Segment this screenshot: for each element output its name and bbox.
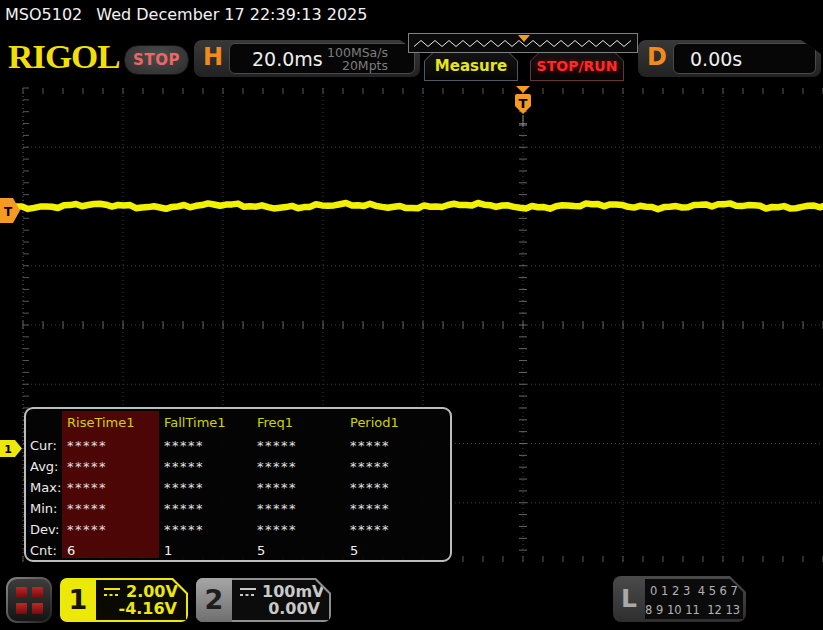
measure-row-label: Min: <box>30 499 60 520</box>
measure-row-label: Cur: <box>30 436 60 457</box>
delay-field: 0.00s <box>673 43 816 74</box>
measure-column-header: FallTime1 <box>157 412 250 436</box>
measure-value: ***** <box>343 457 448 478</box>
logic-row1: 0 1 2 3 4 5 6 7 <box>650 584 738 598</box>
measure-value: ***** <box>343 520 448 541</box>
measure-row-label: Avg: <box>30 457 60 478</box>
channel1-offset: -4.16V <box>119 599 178 618</box>
grid-menu-icon <box>16 587 43 614</box>
rigol-logo: RIGOL <box>8 39 120 77</box>
dc-coupling-icon <box>239 587 257 597</box>
measure-value: ***** <box>250 457 343 478</box>
measure-button[interactable]: Measure <box>424 51 518 81</box>
logic-analyzer-badge[interactable]: L 0 1 2 3 4 5 6 7 8 9 10 11 12 13 14 15 <box>613 576 746 622</box>
channel2-number: 2 <box>196 578 232 622</box>
acquisition-info: 100MSa/s 20Mpts <box>327 46 388 72</box>
measure-count: 1 <box>157 541 250 562</box>
trigger-level-marker[interactable]: T <box>0 198 20 223</box>
stop-run-button[interactable]: STOP/RUN <box>530 51 624 81</box>
channel1-marker-number: 1 <box>4 443 12 456</box>
measure-column-header: Freq1 <box>250 412 343 436</box>
channel1-number: 1 <box>60 578 96 622</box>
channel1-offset-marker[interactable]: 1 <box>0 440 22 457</box>
measure-value: ***** <box>157 436 250 457</box>
measure-value: ***** <box>60 436 157 457</box>
measure-value: ***** <box>343 499 448 520</box>
channel2-badge[interactable]: 2 100mV 0.00V <box>196 578 331 622</box>
measure-count: 6 <box>60 541 157 562</box>
status-bar: MSO5102Wed December 17 22:39:13 2025 <box>5 5 367 24</box>
trigger-position-marker[interactable]: T <box>515 86 531 127</box>
run-state-indicator: STOP <box>124 45 189 75</box>
timebase-value: 20.0ms <box>252 48 323 70</box>
channel1-badge[interactable]: 1 2.00V -4.16V <box>60 578 188 622</box>
logic-row2: 8 9 10 11 12 13 14 15 <box>645 603 777 617</box>
measure-value: ***** <box>343 436 448 457</box>
measure-value: ***** <box>157 457 250 478</box>
measure-value: ***** <box>250 520 343 541</box>
logic-channel-list: 0 1 2 3 4 5 6 7 8 9 10 11 12 13 14 15 <box>645 579 743 619</box>
oscilloscope-screen: MSO5102Wed December 17 22:39:13 2025 RIG… <box>0 0 823 630</box>
measurement-panel[interactable]: RiseTime1 FallTime1 Freq1 Period1 Cur: *… <box>24 407 452 562</box>
trigger-position-triangle-icon <box>516 86 530 93</box>
menu-button-face <box>8 579 50 621</box>
horizontal-label: H <box>203 43 223 71</box>
measure-button-label: Measure <box>425 52 517 80</box>
measure-value: ***** <box>60 499 157 520</box>
measure-value: ***** <box>250 478 343 499</box>
channel1-readout: 2.00V -4.16V <box>96 580 186 620</box>
measure-value: ***** <box>250 436 343 457</box>
stop-run-button-label: STOP/RUN <box>531 52 623 80</box>
measure-column-header: RiseTime1 <box>60 412 157 436</box>
horizontal-timebase-panel[interactable]: H 20.0ms 100MSa/s 20Mpts <box>194 40 420 77</box>
channel2-readout: 100mV 0.00V <box>232 580 329 620</box>
measurement-grid: RiseTime1 FallTime1 Freq1 Period1 Cur: *… <box>30 412 448 558</box>
measure-value: ***** <box>157 499 250 520</box>
trigger-position-letter: T <box>519 96 528 111</box>
channel2-offset: 0.00V <box>268 599 320 618</box>
measure-value: ***** <box>60 520 157 541</box>
measure-value: ***** <box>157 520 250 541</box>
measure-value: ***** <box>343 478 448 499</box>
measure-row-label: Max: <box>30 478 60 499</box>
measure-value: ***** <box>60 457 157 478</box>
measure-row-label: Cnt: <box>30 541 60 562</box>
channel1-trace <box>0 203 823 209</box>
trigger-level-letter: T <box>4 205 13 219</box>
waveform-overview-icon <box>409 34 635 50</box>
dc-coupling-icon <box>103 587 121 597</box>
logic-label: L <box>613 576 645 622</box>
delay-value: 0.00s <box>690 48 742 70</box>
delay-panel[interactable]: D 0.00s <box>638 40 821 77</box>
memory-depth: 20Mpts <box>327 59 388 72</box>
measure-value: ***** <box>157 478 250 499</box>
measure-row-label: Dev: <box>30 520 60 541</box>
measure-column-header: Period1 <box>343 412 448 436</box>
model-name: MSO5102 <box>5 5 82 24</box>
measure-value: ***** <box>250 499 343 520</box>
delay-label: D <box>647 43 667 71</box>
measure-value: ***** <box>60 478 157 499</box>
menu-button[interactable] <box>6 577 52 623</box>
timebase-field: 20.0ms 100MSa/s 20Mpts <box>229 43 415 74</box>
waveform-position-strip[interactable] <box>408 33 638 53</box>
datetime: Wed December 17 22:39:13 2025 <box>96 5 367 24</box>
measure-count: 5 <box>250 541 343 562</box>
measure-count: 5 <box>343 541 448 562</box>
